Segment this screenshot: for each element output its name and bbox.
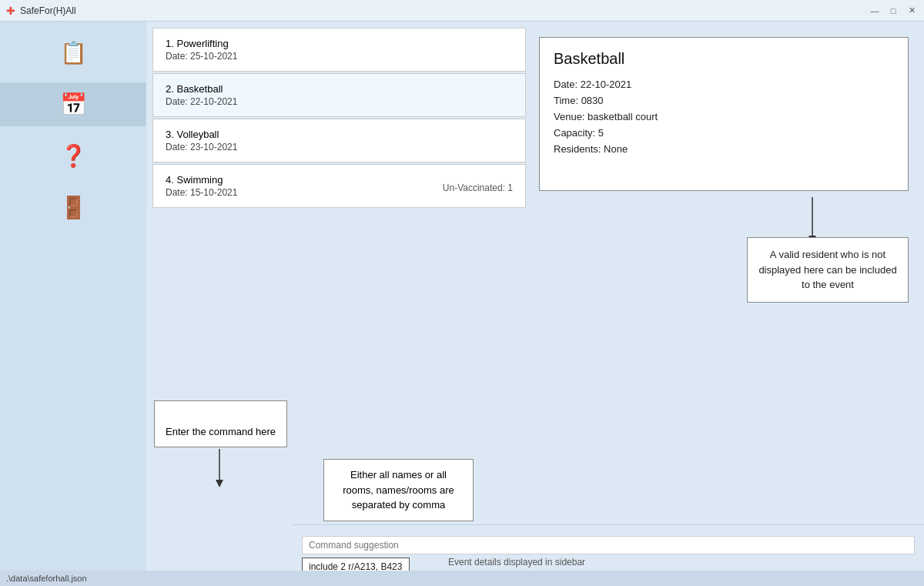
minimize-button[interactable]: — [869, 5, 881, 17]
status-text: Event details displayed in sidebar [448, 557, 585, 568]
detail-date: Date: 22-10-2021 [554, 79, 894, 90]
command-tooltip: Enter the command here [154, 400, 287, 447]
footer: .\data\safeforhall.json [0, 571, 924, 586]
help-icon: ❓ [60, 143, 87, 169]
suggestion-tooltip: Either all names or all rooms, names/roo… [323, 459, 474, 521]
detail-venue: Venue: basketball court [554, 111, 894, 122]
detail-time: Time: 0830 [554, 95, 894, 106]
event-card-2[interactable]: 2. Basketball Date: 22-10-2021 [152, 73, 526, 117]
contacts-icon: 📋 [60, 40, 87, 65]
event-extra-4: Un-Vaccinated: 1 [443, 182, 513, 193]
detail-title: Basketball [554, 50, 894, 68]
sidebar-item-contacts[interactable]: 📋 [0, 31, 146, 75]
detail-residents: Residents: None [554, 143, 894, 155]
footer-path: .\data\safeforhall.json [6, 574, 87, 583]
event-name-3: 3. Volleyball [166, 129, 513, 140]
tooltip-text: A valid resident who is not displayed he… [758, 249, 896, 290]
sidebar: 📋 📅 ❓ 🚪 [0, 22, 146, 586]
command-suggestion-input[interactable] [302, 536, 915, 554]
logout-icon: 🚪 [60, 195, 87, 220]
event-date-1: Date: 25-10-2021 [166, 51, 513, 62]
tooltip-box: A valid resident who is not displayed he… [747, 237, 909, 303]
event-date-3: Date: 23-10-2021 [166, 142, 513, 152]
detail-panel: Basketball Date: 22-10-2021 Time: 0830 V… [539, 37, 909, 191]
titlebar-left: ✚ SafeFor(H)All [6, 5, 76, 17]
event-card-4[interactable]: 4. Swimming Date: 15-10-2021 Un-Vaccinat… [152, 164, 526, 208]
calendar-icon: 📅 [60, 92, 87, 117]
command-tooltip-text: Enter the command here [166, 426, 276, 437]
close-button[interactable]: ✕ [906, 5, 918, 17]
event-card-1[interactable]: 1. Powerlifting Date: 25-10-2021 [152, 28, 526, 72]
detail-capacity: Capacity: 5 [554, 127, 894, 139]
app-title: SafeFor(H)All [20, 5, 76, 16]
sidebar-item-logout[interactable]: 🚪 [0, 186, 146, 229]
titlebar: ✚ SafeFor(H)All — □ ✕ [0, 0, 924, 22]
arrow-detail-to-tooltip [808, 197, 816, 243]
titlebar-controls[interactable]: — □ ✕ [869, 5, 918, 17]
event-date-2: Date: 22-10-2021 [166, 96, 513, 107]
sidebar-item-help[interactable]: ❓ [0, 134, 146, 178]
sidebar-item-calendar[interactable]: 📅 [0, 82, 146, 126]
event-name-1: 1. Powerlifting [166, 38, 513, 49]
suggestion-tooltip-text: Either all names or all rooms, names/roo… [343, 469, 454, 511]
main-area: 1. Powerlifting Date: 25-10-2021 2. Bask… [146, 22, 924, 586]
maximize-button[interactable]: □ [887, 5, 899, 17]
event-name-2: 2. Basketball [166, 83, 513, 95]
event-card-3[interactable]: 3. Volleyball Date: 23-10-2021 [152, 119, 526, 162]
app-icon: ✚ [6, 5, 15, 17]
